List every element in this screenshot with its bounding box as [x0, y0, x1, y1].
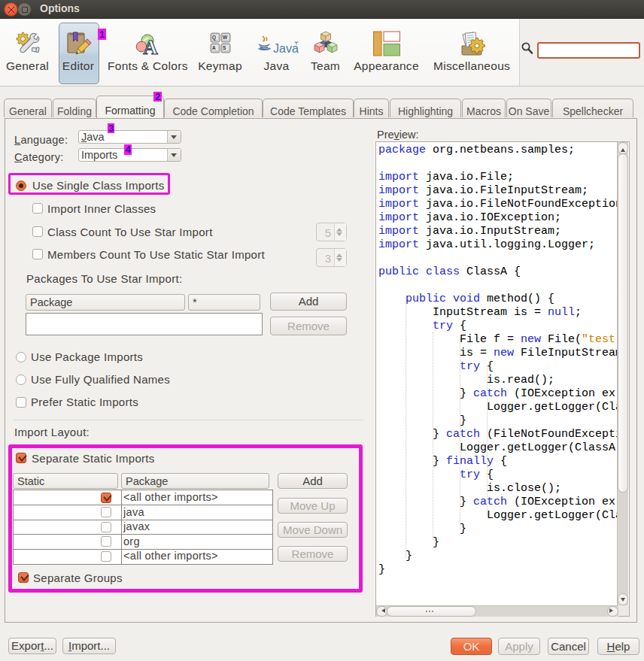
svg-text:S: S — [223, 45, 226, 50]
svg-text:Java: Java — [273, 42, 299, 55]
svg-text:A: A — [143, 36, 158, 56]
svg-text:Q: Q — [212, 35, 216, 41]
svg-text:A: A — [212, 45, 216, 50]
svg-text:W: W — [223, 35, 228, 40]
